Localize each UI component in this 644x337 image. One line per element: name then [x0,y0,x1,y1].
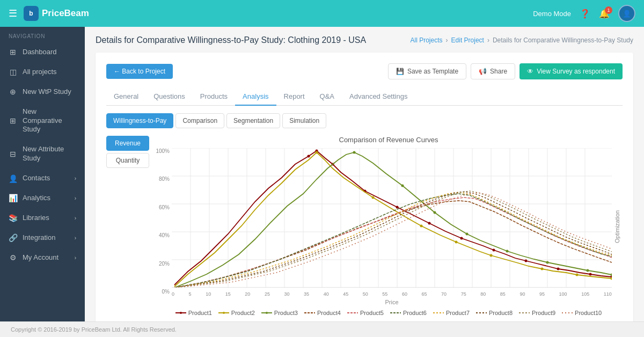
chevron-right-icon: › [75,235,76,241]
sub-tab-comparison[interactable]: Comparison [175,113,224,128]
save-icon: 💾 [396,68,404,75]
svg-point-35 [493,249,495,252]
top-nav-left: ☰ b PriceBeam [9,6,89,21]
sidebar-item-new-comparative-study[interactable]: ⊞ New Comparative Study [0,102,85,140]
svg-point-38 [589,273,592,276]
legend-line-product2 [218,311,229,315]
chart-plot-area: 0510152025303540455055606570758085909510… [172,148,612,305]
x-axis-ticks: 0510152025303540455055606570758085909510… [172,290,612,297]
svg-point-52 [506,250,509,253]
sidebar-item-label: New Attribute Study [23,145,76,163]
sidebar-item-dashboard[interactable]: ⊞ Dashboard [0,42,85,62]
metric-buttons: Revenue Quantity [106,136,149,168]
sidebar-item-label: All projects [23,68,76,77]
content-area: Details for Comparative Willingness-to-P… [85,27,644,321]
sidebar-item-libraries[interactable]: 📚 Libraries › [0,208,85,228]
svg-point-54 [587,269,589,272]
breadcrumb-separator: › [446,36,448,44]
back-to-project-button[interactable]: ← Back to Project [106,64,173,79]
chart-svg [172,148,612,288]
sidebar-item-contacts[interactable]: 👤 Contacts › [0,169,85,188]
tab-questions[interactable]: Questions [146,88,193,106]
svg-point-41 [372,196,375,199]
comparative-study-icon: ⊞ [9,116,17,125]
revenue-button[interactable]: Revenue [106,136,149,151]
legend-line-product8 [476,311,487,315]
svg-point-33 [428,222,431,225]
contacts-icon: 👤 [9,174,17,183]
svg-point-46 [576,274,579,276]
attribute-study-icon: ⊟ [9,150,17,158]
sub-tab-willingness-to-pay[interactable]: Willingness-to-Pay [106,113,173,128]
tab-advanced-settings[interactable]: Advanced Settings [342,88,415,106]
chevron-right-icon: › [75,175,76,181]
svg-point-58 [180,312,182,314]
svg-point-42 [420,225,423,228]
footer: Copyright © 2016-2019 by PriceBeam Ltd. … [0,321,644,337]
svg-point-51 [466,233,469,236]
tab-products[interactable]: Products [193,88,235,106]
breadcrumb-row: Details for Comparative Willingness-to-P… [96,35,633,45]
legend-product7: Product7 [433,310,470,316]
legend-line-product7 [433,311,444,315]
svg-point-34 [460,237,463,240]
view-survey-button[interactable]: 👁 View Survey as respondent [519,63,623,79]
legend-product9: Product9 [519,310,555,316]
legend-product5: Product5 [347,310,384,316]
y-axis-label: Optimization [612,148,623,305]
breadcrumb-edit-project[interactable]: Edit Project [451,36,484,44]
sidebar-item-label: New Comparative Study [23,107,76,135]
tab-report[interactable]: Report [276,88,312,106]
tab-general[interactable]: General [106,88,146,106]
sidebar-item-my-account[interactable]: ⚙ My Account › [0,248,85,268]
chart-legend: Product1 Product2 Product3 Product4 [155,310,623,316]
main-card: ← Back to Project 💾 Save as Template 📢 S… [96,53,633,321]
my-account-icon: ⚙ [9,253,17,262]
user-avatar[interactable]: 👤 [618,5,635,22]
dashboard-icon: ⊞ [9,48,17,56]
action-bar: ← Back to Project 💾 Save as Template 📢 S… [106,63,623,79]
integration-icon: 🔗 [9,233,17,242]
svg-point-28 [308,155,310,158]
sidebar-item-new-attribute-study[interactable]: ⊟ New Attribute Study [0,140,85,169]
notification-badge: 1 [605,6,612,14]
logo-area: b PriceBeam [24,6,89,21]
x-axis-label: Price [172,299,612,305]
chart-area: Comparison of Revenue Curves 100% 80% 60… [155,136,623,316]
tab-analysis[interactable]: Analysis [235,88,276,106]
logo-icon: b [24,6,39,21]
footer-text: Copyright © 2016-2019 by PriceBeam Ltd. … [11,326,177,333]
sidebar-item-new-wtp-study[interactable]: ⊕ New WtP Study [0,82,85,102]
breadcrumb-current: Details for Comparative Willingness-to-P… [493,36,633,44]
legend-product3: Product3 [261,310,298,316]
sidebar-item-label: Dashboard [23,48,76,57]
svg-point-48 [353,151,356,154]
sub-tab-segmentation[interactable]: Segmentation [226,113,280,128]
svg-point-45 [541,268,544,270]
svg-point-32 [396,206,399,209]
sidebar-item-integration[interactable]: 🔗 Integration › [0,228,85,248]
svg-point-62 [266,312,268,314]
hamburger-icon[interactable]: ☰ [9,8,17,19]
sidebar-item-all-projects[interactable]: ◫ All projects [0,62,85,82]
sidebar-item-analytics[interactable]: 📊 Analytics › [0,188,85,208]
save-as-template-button[interactable]: 💾 Save as Template [388,63,466,79]
quantity-button[interactable]: Quantity [106,153,149,168]
tab-qa[interactable]: Q&A [312,88,342,106]
legend-product6: Product6 [390,310,427,316]
sidebar: NAVIGATION ⊞ Dashboard ◫ All projects ⊕ … [0,27,85,321]
main-layout: NAVIGATION ⊞ Dashboard ◫ All projects ⊕ … [0,27,644,321]
libraries-icon: 📚 [9,214,17,222]
chevron-right-icon: › [75,195,76,201]
eye-icon: 👁 [527,68,533,75]
y-axis-ticks: 100% 80% 60% 40% 20% 0% [155,148,172,305]
chart-section: Revenue Quantity Comparison of Revenue C… [106,136,623,316]
sub-tab-simulation[interactable]: Simulation [282,113,326,128]
share-button[interactable]: 📢 Share [471,63,515,79]
svg-point-53 [546,261,549,264]
help-icon[interactable]: ❓ [580,9,590,19]
notification-icon[interactable]: 🔔 1 [599,9,610,19]
analytics-icon: 📊 [9,194,17,202]
breadcrumb-all-projects[interactable]: All Projects [411,36,443,44]
chevron-right-icon: › [75,215,76,221]
